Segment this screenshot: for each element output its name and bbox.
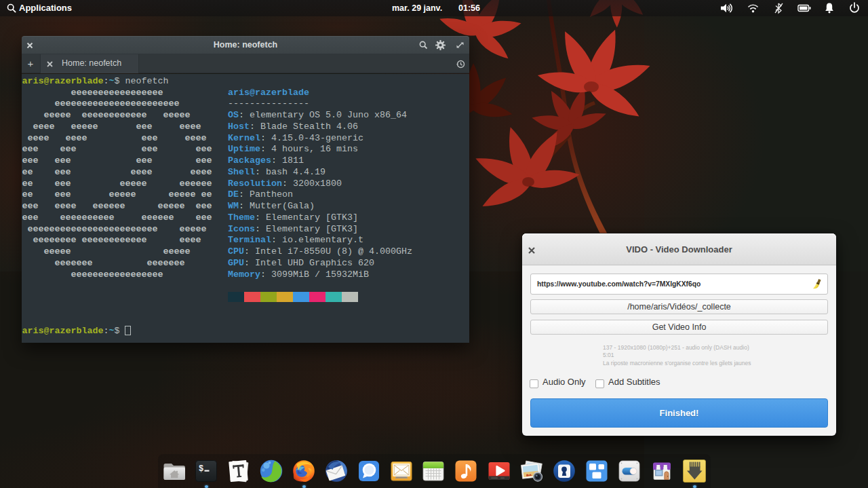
svg-text:$: $: [199, 464, 203, 474]
